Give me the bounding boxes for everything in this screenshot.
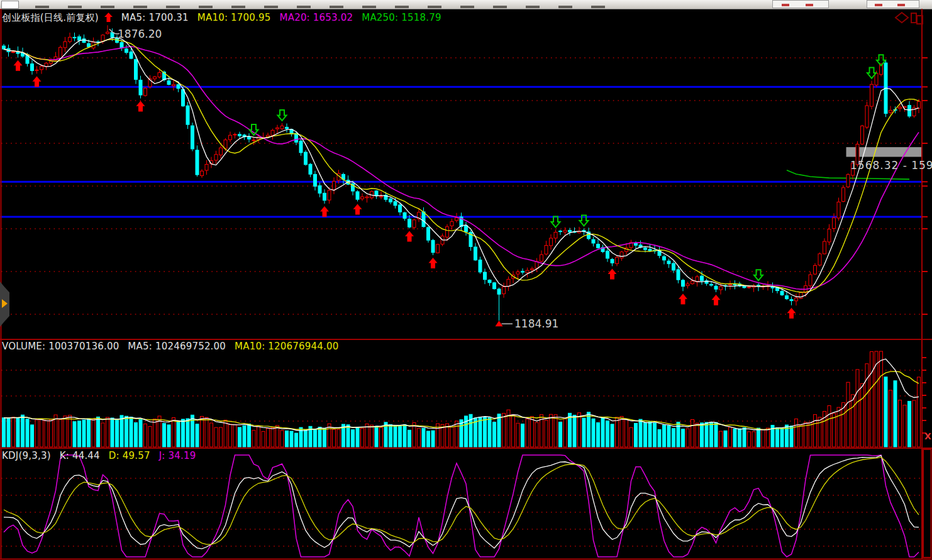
up-arrow-icon (104, 12, 113, 23)
volume-ma10-readout: MA10: 120676944.00 (235, 341, 338, 352)
gap-band-label: 1568.32 - 159 (850, 159, 932, 172)
kdj-j-readout: J: 34.19 (159, 450, 196, 461)
symbol-title: 创业板指(日线.前复权) (2, 12, 99, 23)
kdj-k-readout: K: 44.44 (60, 450, 100, 461)
expand-arrow-icon (2, 299, 8, 308)
volume-header: VOLUME: 100370136.00 MA5: 102469752.00 M… (2, 341, 345, 352)
chart-canvas[interactable] (0, 0, 932, 560)
main-chart-header: 创业板指(日线.前复权) MA5: 1700.31 MA10: 1700.95 … (2, 12, 447, 24)
ma10-readout: MA10: 1700.95 (197, 12, 271, 23)
volume-readout: VOLUME: 100370136.00 (2, 341, 119, 352)
trading-terminal-screen: 创业板指(日线.前复权) MA5: 1700.31 MA10: 1700.95 … (0, 0, 932, 560)
ma5-readout: MA5: 1700.31 (121, 12, 189, 23)
kdj-label: KDJ(9,3,3) (2, 450, 51, 461)
volume-ma5-readout: MA5: 102469752.00 (128, 341, 226, 352)
ma20-readout: MA20: 1653.02 (280, 12, 353, 23)
kdj-d-readout: D: 49.57 (109, 450, 150, 461)
high-price-annotation: 1876.20 (118, 28, 162, 40)
low-price-annotation: 1184.91 (514, 317, 558, 330)
kdj-header: KDJ(9,3,3) K: 44.44 D: 49.57 J: 34.19 (2, 450, 202, 461)
close-indicator-button[interactable]: X (924, 431, 931, 441)
ma250-readout: MA250: 1518.79 (362, 12, 441, 23)
